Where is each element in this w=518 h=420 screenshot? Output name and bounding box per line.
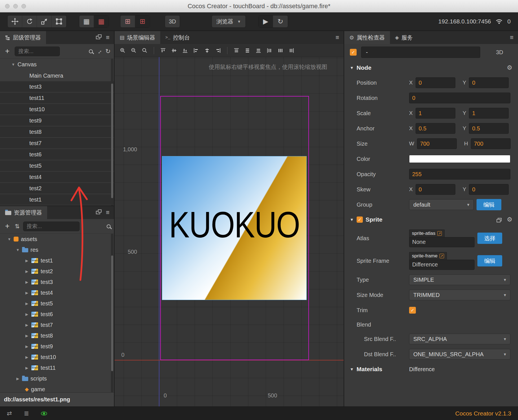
rotation-input[interactable] bbox=[409, 93, 510, 103]
asset-image-test6[interactable]: ▶ KUOKUO test6 bbox=[0, 309, 114, 320]
align-top-icon[interactable] bbox=[159, 46, 167, 55]
asset-image-test7[interactable]: ▶ KUOKUO test7 bbox=[0, 320, 114, 330]
external-link-icon[interactable]: ↗ bbox=[440, 254, 444, 258]
dst-blend-dropdown[interactable]: ONE_MINUS_SRC_ALPHA ▼ bbox=[409, 349, 510, 360]
type-dropdown[interactable]: SIMPLE ▼ bbox=[409, 274, 510, 285]
caret-right-icon[interactable]: ▶ bbox=[25, 323, 29, 327]
asset-image-test3[interactable]: ▶ KUOKUO test3 bbox=[0, 277, 114, 287]
assets-scrollbar[interactable] bbox=[111, 234, 113, 392]
size-mode-dropdown[interactable]: TRIMMED ▼ bbox=[409, 290, 510, 300]
asset-image-test1[interactable]: ▶ KUOKUO test1 bbox=[0, 255, 114, 266]
tab-hierarchy[interactable]: 层级管理器 bbox=[0, 31, 46, 44]
opacity-input[interactable] bbox=[409, 169, 510, 180]
toggle-3d-button[interactable]: 3D bbox=[165, 16, 180, 27]
hierarchy-search-input[interactable] bbox=[15, 47, 60, 56]
close-window-button[interactable] bbox=[5, 4, 10, 8]
refresh-icon[interactable]: ↻ bbox=[106, 48, 111, 55]
zoom-reset-icon[interactable] bbox=[141, 46, 149, 55]
caret-right-icon[interactable]: ▶ bbox=[25, 334, 29, 338]
eye-icon[interactable] bbox=[41, 412, 47, 415]
group-dropdown[interactable]: default ▼ bbox=[409, 199, 474, 210]
tab-services[interactable]: ◈ 服务 bbox=[390, 31, 418, 44]
scale-y-input[interactable] bbox=[469, 108, 509, 119]
zoom-out-icon[interactable] bbox=[130, 46, 138, 55]
asset-image-test4[interactable]: ▶ KUOKUO test4 bbox=[0, 287, 114, 298]
tree-node-test3[interactable]: test3 bbox=[0, 81, 114, 93]
skeleton-grid-button[interactable]: ▦ bbox=[79, 16, 94, 27]
caret-right-icon[interactable]: ▶ bbox=[25, 280, 29, 284]
asset-image-test2[interactable]: ▶ KUOKUO test2 bbox=[0, 266, 114, 277]
dist-vcenter-icon[interactable] bbox=[243, 46, 252, 55]
float-panel-icon[interactable] bbox=[96, 36, 100, 39]
node-section-header[interactable]: ▼ Node ⚙ bbox=[344, 60, 518, 75]
zoom-in-icon[interactable] bbox=[118, 46, 127, 55]
align-bottom-icon[interactable] bbox=[181, 46, 189, 55]
sprite-node[interactable]: KUOKUO bbox=[162, 156, 307, 300]
grid-marker-button[interactable]: ⊞ bbox=[120, 16, 135, 27]
sort-icon[interactable]: ⇅ bbox=[15, 223, 20, 230]
caret-right-icon[interactable]: ▶ bbox=[25, 269, 29, 274]
caret-right-icon[interactable]: ▶ bbox=[25, 259, 29, 263]
scale-x-input[interactable] bbox=[416, 108, 455, 119]
copy-component-icon[interactable] bbox=[498, 218, 502, 221]
caret-right-icon[interactable]: ▶ bbox=[25, 291, 29, 295]
atlas-value-field[interactable]: None bbox=[409, 237, 475, 247]
panel-menu-icon[interactable]: ≡ bbox=[335, 34, 339, 41]
search-icon[interactable] bbox=[89, 49, 93, 53]
caret-right-icon[interactable]: ▶ bbox=[25, 344, 29, 349]
size-h-input[interactable] bbox=[471, 138, 511, 149]
assets-search-input[interactable] bbox=[23, 222, 80, 231]
hierarchy-scrollbar[interactable] bbox=[111, 59, 113, 205]
tree-node-test2[interactable]: test2 bbox=[0, 183, 114, 194]
tree-node-test5[interactable]: test5 bbox=[0, 160, 114, 172]
frame-value-field[interactable]: Difference bbox=[409, 260, 475, 270]
caret-right-icon[interactable]: ▶ bbox=[25, 355, 29, 359]
asset-image-test5[interactable]: ▶ KUOKUO test5 bbox=[0, 298, 114, 309]
align-vcenter-icon[interactable] bbox=[170, 46, 178, 55]
sync-icon[interactable]: ⇄ bbox=[7, 410, 12, 417]
tab-assets[interactable]: 资源管理器 bbox=[0, 206, 47, 219]
refresh-preview-button[interactable]: ↻ bbox=[273, 16, 288, 27]
tab-properties[interactable]: ⚙ 属性检查器 bbox=[344, 31, 390, 44]
atlas-select-button[interactable]: 选择 bbox=[477, 233, 502, 244]
asset-folder-scripts[interactable]: ▶ scripts bbox=[0, 373, 114, 384]
asset-scene-game[interactable]: ◆ game bbox=[0, 384, 114, 392]
caret-right-icon[interactable]: ▶ bbox=[25, 312, 29, 316]
layers-icon[interactable]: ≣ bbox=[24, 410, 29, 417]
asset-image-test10[interactable]: ▶ KUOKUO test10 bbox=[0, 352, 114, 362]
tab-scene-editor[interactable]: ▤ 场景编辑器 bbox=[115, 31, 160, 44]
caret-right-icon[interactable]: ▶ bbox=[25, 301, 29, 306]
dist-right-icon[interactable] bbox=[287, 46, 296, 55]
panel-menu-icon[interactable]: ≡ bbox=[106, 34, 109, 41]
sprite-section-header[interactable]: ▼ Sprite ⚙ bbox=[344, 212, 518, 227]
caret-right-icon[interactable]: ▶ bbox=[16, 377, 20, 381]
materials-section-header[interactable]: ▼ Materials Difference bbox=[344, 362, 518, 377]
trim-checkbox[interactable] bbox=[409, 307, 416, 314]
rotate-tool-button[interactable] bbox=[22, 16, 37, 27]
tree-node-test1[interactable]: test1 bbox=[0, 194, 114, 205]
asset-image-test8[interactable]: ▶ KUOKUO test8 bbox=[0, 330, 114, 341]
sprite-enabled-checkbox[interactable] bbox=[357, 216, 363, 223]
group-edit-button[interactable]: 编辑 bbox=[477, 199, 501, 210]
align-right-icon[interactable] bbox=[214, 46, 222, 55]
anchor-y-input[interactable] bbox=[469, 123, 509, 134]
grid-marker-red-button[interactable]: ⊞ bbox=[135, 16, 150, 27]
caret-right-icon[interactable]: ▶ bbox=[25, 366, 29, 370]
node-active-checkbox[interactable] bbox=[350, 49, 357, 56]
asset-root-assets[interactable]: ▼ assets bbox=[0, 234, 114, 244]
float-panel-icon[interactable] bbox=[96, 211, 100, 214]
gear-icon[interactable]: ⚙ bbox=[507, 64, 512, 71]
dist-top-icon[interactable] bbox=[232, 46, 241, 55]
align-left-icon[interactable] bbox=[192, 46, 200, 55]
tree-node-main-camera[interactable]: Main Camera bbox=[0, 70, 114, 81]
panel-menu-icon[interactable]: ≡ bbox=[510, 34, 513, 41]
position-x-input[interactable] bbox=[416, 77, 455, 88]
asset-folder-res[interactable]: ▼ res bbox=[0, 244, 114, 255]
move-tool-button[interactable] bbox=[8, 16, 22, 27]
src-blend-dropdown[interactable]: SRC_ALPHA ▼ bbox=[409, 334, 510, 344]
minimize-window-button[interactable] bbox=[13, 4, 18, 8]
tree-node-test7[interactable]: test7 bbox=[0, 138, 114, 149]
tree-node-canvas[interactable]: ▼ Canvas bbox=[0, 59, 114, 70]
panel-menu-icon[interactable]: ≡ bbox=[106, 209, 109, 216]
skew-y-input[interactable] bbox=[469, 184, 509, 195]
